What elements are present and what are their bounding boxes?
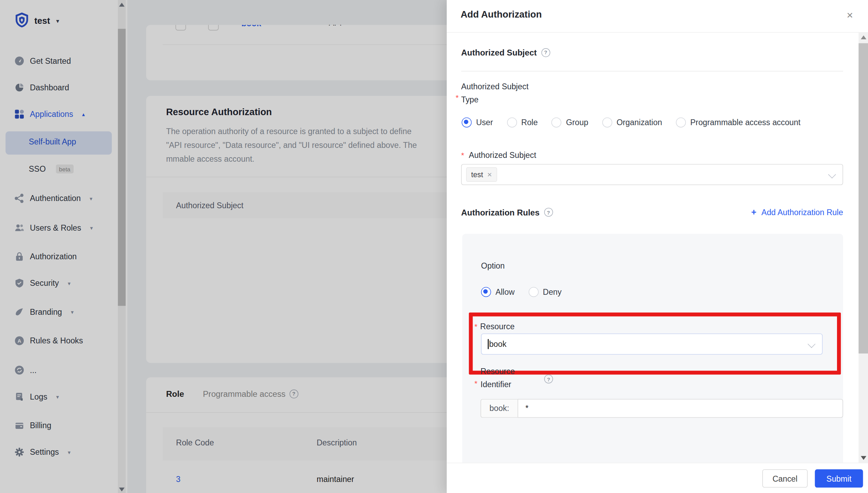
drawer-scrollbar[interactable] [859, 32, 868, 463]
drawer-scrollbar-thumb[interactable] [859, 43, 868, 353]
authorization-rules-heading: Authorization Rules ? [461, 208, 553, 217]
radio-label: User [476, 118, 493, 127]
drawer-mask[interactable] [0, 0, 447, 493]
resource-value: book [489, 340, 507, 349]
radio-icon [528, 287, 538, 297]
app-stage: test ▾ Get Started Dashboard [0, 0, 868, 493]
authorized-subject-select[interactable]: test ✕ [461, 164, 843, 185]
radio-organization[interactable]: Organization [602, 118, 662, 128]
radio-label: Organization [617, 118, 662, 127]
chevron-down-icon [828, 171, 836, 179]
option-label: Option [481, 262, 505, 271]
identifier-input[interactable]: * [518, 399, 843, 418]
add-authorization-rule-button[interactable]: + Add Authorization Rule [751, 207, 843, 217]
text-cursor [488, 339, 488, 349]
radio-label: Allow [495, 288, 515, 296]
radio-icon [602, 118, 612, 128]
close-icon[interactable]: ✕ [846, 11, 853, 21]
divider [447, 32, 868, 33]
help-icon[interactable]: ? [541, 48, 550, 57]
tag-label: test [471, 170, 483, 179]
subject-type-radio-group: User Role Group Organization Programmabl… [462, 118, 814, 128]
authorization-rule-card: Option Allow Deny * Resource boo [462, 234, 843, 493]
section-heading-label: Authorization Rules [461, 208, 540, 217]
cancel-button[interactable]: Cancel [762, 469, 808, 487]
radio-user[interactable]: User [462, 118, 493, 128]
chevron-down-icon [808, 340, 816, 348]
drawer-title: Add Authorization [461, 9, 542, 20]
resource-identifier-input-group: book: * [480, 399, 843, 418]
scroll-up-arrow-icon[interactable] [860, 36, 866, 39]
radio-label: Programmable access account [690, 118, 800, 127]
add-authorization-drawer: Add Authorization ✕ Authorized Subject ?… [447, 0, 868, 493]
radio-label: Deny [543, 288, 561, 296]
required-asterisk: * [461, 151, 464, 160]
add-rule-label: Add Authorization Rule [762, 208, 843, 217]
drawer-footer: Cancel Submit [447, 463, 868, 493]
field-label: Resource Identifier [480, 367, 515, 389]
plus-icon: + [751, 207, 756, 217]
radio-label: Role [521, 118, 538, 127]
tag-close-icon[interactable]: ✕ [487, 171, 492, 178]
radio-icon [676, 118, 686, 128]
resource-identifier-label: * Resource Identifier [480, 364, 531, 391]
scroll-down-button[interactable] [859, 456, 868, 460]
field-label: Authorized Subject Type [461, 82, 529, 104]
radio-selected-icon [462, 118, 472, 128]
scroll-down-arrow-icon [860, 456, 866, 460]
field-label: Authorized Subject [469, 151, 536, 160]
radio-role[interactable]: Role [507, 118, 538, 128]
authorized-subject-section-heading: Authorized Subject ? [461, 48, 550, 57]
selected-subject-tag: test ✕ [466, 167, 497, 182]
radio-selected-icon [481, 287, 491, 297]
radio-allow[interactable]: Allow [481, 287, 515, 297]
help-icon[interactable]: ? [544, 208, 553, 217]
radio-deny[interactable]: Deny [528, 287, 561, 297]
radio-programmable-access-account[interactable]: Programmable access account [676, 118, 800, 128]
resource-select[interactable]: book [481, 333, 823, 354]
subject-type-label: * Authorized Subject Type [461, 80, 544, 106]
help-icon[interactable]: ? [544, 374, 553, 383]
radio-label: Group [566, 118, 588, 127]
required-asterisk: * [456, 93, 459, 102]
radio-icon [551, 118, 561, 128]
radio-group[interactable]: Group [551, 118, 588, 128]
required-asterisk: * [474, 379, 477, 388]
required-asterisk: * [474, 322, 477, 331]
radio-icon [507, 118, 517, 128]
identifier-prefix: book: [480, 399, 518, 418]
section-heading-label: Authorized Subject [461, 48, 537, 57]
authorization-rules-section: Authorization Rules ? + Add Authorizatio… [461, 207, 843, 217]
option-radio-group: Allow Deny [481, 287, 576, 297]
submit-button[interactable]: Submit [815, 469, 863, 487]
divider [461, 71, 843, 72]
field-label: Resource [480, 320, 515, 333]
authorized-subject-label: * Authorized Subject [461, 149, 536, 162]
resource-label: * Resource [474, 320, 515, 333]
